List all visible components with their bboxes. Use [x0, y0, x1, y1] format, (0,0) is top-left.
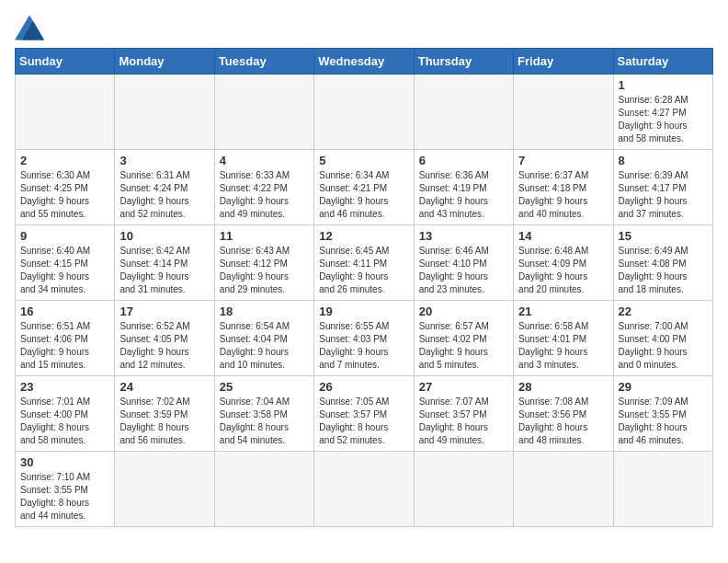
calendar-cell	[514, 452, 613, 527]
calendar-cell: 29Sunrise: 7:09 AM Sunset: 3:55 PM Dayli…	[613, 376, 712, 452]
day-number: 29	[619, 380, 708, 394]
day-number: 2	[20, 154, 109, 167]
day-number: 21	[518, 304, 608, 318]
weekday-header-sunday: Sunday	[16, 49, 115, 75]
calendar-cell: 13Sunrise: 6:46 AM Sunset: 4:10 PM Dayli…	[414, 225, 513, 301]
day-info: Sunrise: 7:04 AM Sunset: 3:58 PM Dayligh…	[220, 396, 309, 447]
day-number: 15	[619, 229, 708, 243]
day-info: Sunrise: 6:28 AM Sunset: 4:27 PM Dayligh…	[619, 94, 708, 145]
day-info: Sunrise: 6:33 AM Sunset: 4:22 PM Dayligh…	[220, 169, 309, 221]
day-number: 30	[20, 455, 109, 469]
day-number: 18	[220, 304, 309, 318]
weekday-header-friday: Friday	[514, 49, 613, 75]
calendar-cell	[514, 75, 613, 150]
day-number: 14	[518, 229, 608, 243]
day-info: Sunrise: 6:43 AM Sunset: 4:12 PM Dayligh…	[220, 245, 309, 296]
calendar-cell: 6Sunrise: 6:36 AM Sunset: 4:19 PM Daylig…	[414, 150, 513, 225]
calendar-cell: 22Sunrise: 7:00 AM Sunset: 4:00 PM Dayli…	[613, 301, 712, 376]
day-info: Sunrise: 7:09 AM Sunset: 3:55 PM Dayligh…	[619, 396, 708, 447]
day-info: Sunrise: 6:37 AM Sunset: 4:18 PM Dayligh…	[518, 169, 608, 221]
day-number: 24	[119, 380, 209, 394]
day-number: 8	[619, 154, 708, 167]
calendar-week-row: 23Sunrise: 7:01 AM Sunset: 4:00 PM Dayli…	[16, 376, 713, 452]
calendar-cell: 26Sunrise: 7:05 AM Sunset: 3:57 PM Dayli…	[314, 376, 414, 452]
calendar-cell	[414, 452, 513, 527]
day-info: Sunrise: 6:39 AM Sunset: 4:17 PM Dayligh…	[619, 169, 708, 221]
day-info: Sunrise: 6:58 AM Sunset: 4:01 PM Dayligh…	[518, 320, 608, 372]
calendar-cell	[115, 75, 214, 150]
day-info: Sunrise: 6:36 AM Sunset: 4:19 PM Dayligh…	[419, 169, 508, 221]
day-number: 1	[619, 78, 708, 92]
calendar-cell: 12Sunrise: 6:45 AM Sunset: 4:11 PM Dayli…	[314, 225, 414, 301]
calendar-week-row: 9Sunrise: 6:40 AM Sunset: 4:15 PM Daylig…	[16, 225, 713, 301]
calendar-week-row: 16Sunrise: 6:51 AM Sunset: 4:06 PM Dayli…	[16, 301, 713, 376]
calendar-cell: 18Sunrise: 6:54 AM Sunset: 4:04 PM Dayli…	[214, 301, 313, 376]
calendar-cell	[16, 75, 115, 150]
day-info: Sunrise: 6:57 AM Sunset: 4:02 PM Dayligh…	[419, 320, 508, 372]
calendar-cell	[214, 452, 313, 527]
calendar-cell: 2Sunrise: 6:30 AM Sunset: 4:25 PM Daylig…	[16, 150, 115, 225]
calendar-cell: 4Sunrise: 6:33 AM Sunset: 4:22 PM Daylig…	[214, 150, 313, 225]
day-number: 4	[220, 154, 309, 167]
calendar-cell: 30Sunrise: 7:10 AM Sunset: 3:55 PM Dayli…	[16, 452, 115, 527]
calendar-cell: 14Sunrise: 6:48 AM Sunset: 4:09 PM Dayli…	[514, 225, 613, 301]
day-number: 12	[319, 229, 408, 243]
calendar-cell: 17Sunrise: 6:52 AM Sunset: 4:05 PM Dayli…	[115, 301, 214, 376]
day-info: Sunrise: 7:02 AM Sunset: 3:59 PM Dayligh…	[119, 396, 209, 447]
day-info: Sunrise: 6:40 AM Sunset: 4:15 PM Dayligh…	[20, 245, 109, 296]
calendar-cell	[414, 75, 513, 150]
day-number: 28	[518, 380, 608, 394]
day-info: Sunrise: 6:31 AM Sunset: 4:24 PM Dayligh…	[119, 169, 209, 221]
day-number: 23	[20, 380, 109, 394]
day-number: 7	[518, 154, 608, 167]
calendar-cell: 11Sunrise: 6:43 AM Sunset: 4:12 PM Dayli…	[214, 225, 313, 301]
calendar-cell: 8Sunrise: 6:39 AM Sunset: 4:17 PM Daylig…	[613, 150, 712, 225]
weekday-header-wednesday: Wednesday	[314, 49, 414, 75]
weekday-header-thursday: Thursday	[414, 49, 513, 75]
day-info: Sunrise: 7:10 AM Sunset: 3:55 PM Dayligh…	[20, 471, 109, 523]
calendar-header-row: SundayMondayTuesdayWednesdayThursdayFrid…	[16, 49, 713, 75]
day-number: 16	[20, 304, 109, 318]
day-info: Sunrise: 6:52 AM Sunset: 4:05 PM Dayligh…	[119, 320, 209, 372]
calendar-cell: 7Sunrise: 6:37 AM Sunset: 4:18 PM Daylig…	[514, 150, 613, 225]
day-info: Sunrise: 7:07 AM Sunset: 3:57 PM Dayligh…	[419, 396, 508, 447]
calendar-cell: 16Sunrise: 6:51 AM Sunset: 4:06 PM Dayli…	[16, 301, 115, 376]
day-info: Sunrise: 6:42 AM Sunset: 4:14 PM Dayligh…	[119, 245, 209, 296]
day-info: Sunrise: 6:46 AM Sunset: 4:10 PM Dayligh…	[419, 245, 508, 296]
day-info: Sunrise: 6:34 AM Sunset: 4:21 PM Dayligh…	[319, 169, 408, 221]
day-number: 19	[319, 304, 408, 318]
calendar-cell: 27Sunrise: 7:07 AM Sunset: 3:57 PM Dayli…	[414, 376, 513, 452]
day-number: 20	[419, 304, 508, 318]
calendar-week-row: 30Sunrise: 7:10 AM Sunset: 3:55 PM Dayli…	[16, 452, 713, 527]
weekday-header-monday: Monday	[115, 49, 214, 75]
day-number: 25	[220, 380, 309, 394]
day-info: Sunrise: 7:01 AM Sunset: 4:00 PM Dayligh…	[20, 396, 109, 447]
calendar-cell: 10Sunrise: 6:42 AM Sunset: 4:14 PM Dayli…	[115, 225, 214, 301]
calendar-cell: 19Sunrise: 6:55 AM Sunset: 4:03 PM Dayli…	[314, 301, 414, 376]
calendar-cell	[214, 75, 313, 150]
day-info: Sunrise: 7:00 AM Sunset: 4:00 PM Dayligh…	[619, 320, 708, 372]
calendar-cell: 25Sunrise: 7:04 AM Sunset: 3:58 PM Dayli…	[214, 376, 313, 452]
day-number: 10	[119, 229, 209, 243]
calendar-cell	[613, 452, 712, 527]
day-number: 27	[419, 380, 508, 394]
day-info: Sunrise: 7:05 AM Sunset: 3:57 PM Dayligh…	[319, 396, 408, 447]
day-info: Sunrise: 6:51 AM Sunset: 4:06 PM Dayligh…	[20, 320, 109, 372]
logo	[15, 15, 48, 40]
calendar-week-row: 2Sunrise: 6:30 AM Sunset: 4:25 PM Daylig…	[16, 150, 713, 225]
calendar-cell: 9Sunrise: 6:40 AM Sunset: 4:15 PM Daylig…	[16, 225, 115, 301]
calendar-table: SundayMondayTuesdayWednesdayThursdayFrid…	[15, 48, 713, 527]
calendar-cell: 5Sunrise: 6:34 AM Sunset: 4:21 PM Daylig…	[314, 150, 414, 225]
day-number: 9	[20, 229, 109, 243]
page-header	[15, 15, 713, 40]
day-number: 26	[319, 380, 408, 394]
calendar-cell	[314, 452, 414, 527]
calendar-cell: 20Sunrise: 6:57 AM Sunset: 4:02 PM Dayli…	[414, 301, 513, 376]
day-info: Sunrise: 6:30 AM Sunset: 4:25 PM Dayligh…	[20, 169, 109, 221]
day-number: 11	[220, 229, 309, 243]
calendar-cell	[314, 75, 414, 150]
day-number: 3	[119, 154, 209, 167]
day-info: Sunrise: 6:45 AM Sunset: 4:11 PM Dayligh…	[319, 245, 408, 296]
day-number: 17	[119, 304, 209, 318]
calendar-cell: 24Sunrise: 7:02 AM Sunset: 3:59 PM Dayli…	[115, 376, 214, 452]
